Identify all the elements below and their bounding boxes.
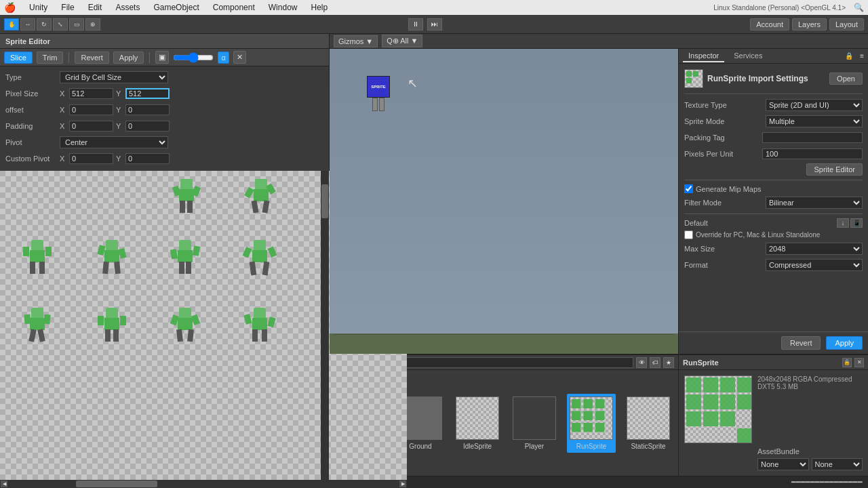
rect-tool-btn[interactable]: ▭ xyxy=(69,18,84,30)
menu-window[interactable]: Window xyxy=(266,1,300,14)
svg-rect-42 xyxy=(106,308,118,319)
pause-btn[interactable]: ⏸ xyxy=(408,18,423,30)
step-btn[interactable]: ⏭ xyxy=(427,18,442,30)
all-btn[interactable]: Q⊕ All ▼ xyxy=(382,35,422,47)
scrollbar-thumb-h[interactable] xyxy=(76,481,157,487)
asset-runsprite[interactable]: RunSprite xyxy=(567,394,616,453)
pixels-per-unit-input[interactable] xyxy=(762,148,863,159)
padding-y-input[interactable] xyxy=(125,121,170,131)
sep2 xyxy=(684,180,863,180)
inspector-menu-icon[interactable]: ≡ xyxy=(860,52,864,60)
menu-assets[interactable]: Assets xyxy=(113,1,142,14)
asset-player[interactable]: Player xyxy=(510,394,559,453)
svg-rect-64 xyxy=(583,399,593,408)
apply-btn[interactable]: Apply xyxy=(113,52,144,64)
assetbundle-variant-select[interactable]: None xyxy=(812,458,863,470)
runsprite-close-btn[interactable]: ✕ xyxy=(854,358,864,367)
zoom-slider[interactable] xyxy=(173,52,214,63)
transform-tool-btn[interactable]: ⊕ xyxy=(85,18,100,30)
pivot-select[interactable]: Center Top Left Bottom Custom xyxy=(60,136,168,148)
search-menu-icon[interactable]: 🔍 xyxy=(854,3,864,12)
svg-rect-46 xyxy=(105,329,111,342)
hand-tool-btn[interactable]: ✋ xyxy=(4,18,19,30)
sprite-mode-select[interactable]: Multiple Single xyxy=(766,115,863,127)
asset-idlesprite[interactable]: IdleSprite xyxy=(453,394,502,453)
svg-rect-79 xyxy=(737,394,752,409)
scrollbar-thumb-v[interactable] xyxy=(321,184,328,218)
inspector-revert-btn[interactable]: Revert xyxy=(781,336,821,350)
tab-slice[interactable]: Slice xyxy=(4,52,33,64)
apple-menu-icon[interactable]: 🍎 xyxy=(4,2,16,13)
asset-staticsprite[interactable]: StaticSprite xyxy=(624,394,673,453)
runsprite-lock-btn[interactable]: 🔒 xyxy=(842,358,852,367)
leg-r xyxy=(379,98,384,111)
svg-rect-67 xyxy=(583,411,593,420)
texture-type-select[interactable]: Sprite (2D and UI) xyxy=(766,99,863,111)
runsprite-name: RunSprite xyxy=(576,443,606,450)
sprite-editor-toolbar: Slice Trim Revert Apply ▣ α ✕ xyxy=(0,49,329,66)
inspector-apply-btn[interactable]: Apply xyxy=(826,336,863,350)
svg-rect-63 xyxy=(572,399,581,408)
menu-gameobject[interactable]: GameObject xyxy=(151,1,201,14)
close-editor-btn[interactable]: ✕ xyxy=(233,51,246,64)
filter-mode-select[interactable]: Bilinear Point Trilinear xyxy=(766,197,863,209)
padding-x-input[interactable] xyxy=(69,121,113,131)
assetbundle-select[interactable]: None xyxy=(757,458,809,470)
scale-tool-btn[interactable]: ⤡ xyxy=(53,18,68,30)
menu-component[interactable]: Component xyxy=(210,1,258,14)
revert-btn[interactable]: Revert xyxy=(75,52,108,64)
gizmos-btn[interactable]: Gizmos ▼ xyxy=(334,35,378,47)
packing-tag-input[interactable] xyxy=(762,132,863,143)
svg-rect-11 xyxy=(262,200,269,213)
menu-edit[interactable]: Edit xyxy=(85,1,105,14)
offset-x-input[interactable] xyxy=(69,104,113,115)
sep1 xyxy=(684,94,863,94)
tab-trim[interactable]: Trim xyxy=(37,52,64,64)
scene-view-content[interactable]: SPRITE ↖ xyxy=(330,49,678,354)
generate-mip-maps-checkbox[interactable] xyxy=(684,184,693,193)
layers-btn[interactable]: Layers xyxy=(792,18,827,30)
format-field: Format Compressed Truecolor xyxy=(684,258,863,272)
scroll-right-arrow[interactable]: ▶ xyxy=(399,481,406,487)
max-size-select[interactable]: 2048 1024 512 xyxy=(766,243,863,255)
alpha-btn[interactable]: α xyxy=(218,52,229,64)
menu-help[interactable]: Help xyxy=(308,1,330,14)
offset-y-input[interactable] xyxy=(125,104,170,115)
padding-y-label: Y xyxy=(116,122,123,130)
scroll-left-arrow[interactable]: ◀ xyxy=(1,481,7,487)
custom-pivot-x-input[interactable] xyxy=(69,153,113,164)
tag-btn[interactable]: 🏷 xyxy=(650,357,660,368)
override-checkbox[interactable] xyxy=(684,230,693,239)
svg-rect-54 xyxy=(254,308,266,319)
format-label: Format xyxy=(684,261,766,269)
account-btn[interactable]: Account xyxy=(750,18,789,30)
tab-services[interactable]: Services xyxy=(728,50,768,62)
svg-rect-56 xyxy=(243,314,252,325)
svg-rect-62 xyxy=(686,78,692,83)
format-select[interactable]: Compressed Truecolor xyxy=(766,259,863,271)
sprite-canvas-scrollbar-v[interactable] xyxy=(321,171,329,480)
rotate-tool-btn[interactable]: ↻ xyxy=(37,18,52,30)
pixel-size-y-input[interactable] xyxy=(125,88,170,99)
pixel-size-x-input[interactable] xyxy=(69,88,113,99)
sprite-editor-btn[interactable]: Sprite Editor xyxy=(806,163,863,176)
scroll-track-h xyxy=(8,480,399,488)
download-btn[interactable]: ↓ xyxy=(837,218,849,228)
tab-inspector[interactable]: Inspector xyxy=(683,50,724,62)
layout-btn[interactable]: Layout xyxy=(829,18,864,30)
menu-unity[interactable]: Unity xyxy=(26,1,50,14)
default-platform-row: Default ↓ 📱 xyxy=(684,218,863,228)
custom-pivot-y-input[interactable] xyxy=(125,153,170,164)
type-select[interactable]: Grid By Cell Size Grid By Cell Count Aut… xyxy=(60,71,168,83)
color-btn[interactable]: ▣ xyxy=(155,51,169,64)
move-tool-btn[interactable]: ↔ xyxy=(20,18,35,30)
menu-file[interactable]: File xyxy=(58,1,77,14)
padding-row: Padding X Y xyxy=(5,119,323,133)
open-btn[interactable]: Open xyxy=(829,73,863,85)
eye-btn[interactable]: 👁 xyxy=(636,357,647,368)
phone-btn[interactable]: 📱 xyxy=(850,218,863,228)
sprite-canvas-scrollbar-h[interactable]: ◀ ▶ xyxy=(0,480,407,488)
inspector-lock-icon[interactable]: 🔒 xyxy=(845,52,853,60)
svg-rect-7 xyxy=(254,189,269,201)
star-btn[interactable]: ★ xyxy=(663,357,674,368)
